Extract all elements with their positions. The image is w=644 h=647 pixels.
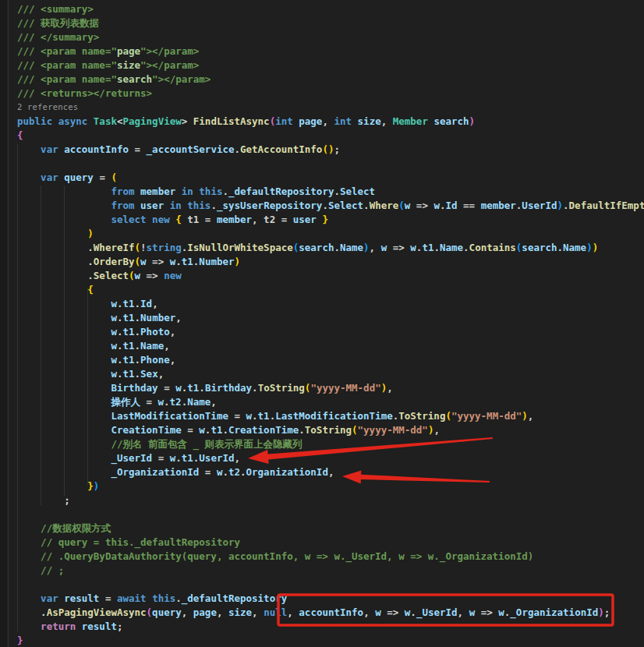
code-line: ;: [17, 493, 644, 507]
code-token: WhereIf: [94, 242, 135, 253]
code-token: in: [182, 186, 193, 197]
code-token: [135, 186, 141, 197]
code-token: size: [358, 115, 381, 127]
code-token: t1: [187, 382, 199, 394]
code-line: // ;: [17, 564, 644, 578]
code-line: CreationTime = w.t1.CreationTime.ToStrin…: [17, 423, 644, 437]
code-token: .: [252, 382, 258, 394]
code-token: .: [175, 256, 182, 267]
code-token: [17, 466, 111, 478]
code-token: UserId: [199, 452, 234, 464]
code-token: _UserId: [111, 452, 152, 464]
code-token: [17, 200, 111, 211]
code-token: [147, 592, 153, 604]
code-token: }: [87, 480, 94, 492]
code-token: t1: [122, 312, 134, 324]
code-token: ;: [17, 494, 70, 506]
code-token: search: [433, 115, 469, 127]
code-line: /// <param name="page"></param>: [17, 44, 644, 58]
code-token: select: [111, 214, 146, 225]
code-token: t1: [211, 424, 222, 436]
code-token: this: [199, 186, 222, 197]
code-token: int: [275, 115, 293, 127]
code-token: [17, 354, 111, 366]
code-token: ): [94, 480, 100, 492]
code-token: result: [64, 592, 99, 604]
code-token: .: [234, 143, 240, 155]
code-token: .: [563, 200, 569, 211]
code-token: Birthday: [205, 382, 252, 394]
code-token: [17, 340, 111, 352]
code-token: t1: [422, 242, 433, 253]
indent-guide: [8, 0, 9, 647]
code-token: FindListAsync: [193, 115, 270, 127]
code-token: ): [469, 115, 476, 127]
code-line: public async Task<PagingView> FindListAs…: [17, 115, 644, 129]
code-token: =: [140, 396, 158, 408]
code-token: _defaultRepository: [228, 186, 334, 197]
code-line: .Select(w => new: [17, 269, 644, 283]
code-token: var: [41, 592, 58, 604]
code-token: var: [41, 143, 58, 155]
code-token: search: [522, 242, 557, 253]
code-token: await: [117, 592, 147, 604]
code-token: Select: [328, 200, 363, 211]
code-line: {: [17, 283, 644, 297]
code-token: _sysUserRepository: [217, 200, 322, 211]
codelens-references[interactable]: 2 references: [17, 101, 644, 115]
code-token: .: [199, 382, 205, 394]
code-token: user: [293, 214, 317, 225]
code-line: /// <returns></returns>: [17, 87, 644, 101]
code-token: [17, 171, 41, 183]
code-token: return: [41, 620, 76, 632]
code-line: w.t1.Photo,: [17, 325, 644, 339]
code-token: _OrganizationId: [510, 606, 598, 618]
code-token: t1: [182, 256, 193, 267]
code-token: .: [135, 326, 141, 338]
code-token: /// <returns></returns>: [17, 87, 152, 99]
code-token: t1: [182, 452, 193, 464]
code-token: [17, 312, 111, 324]
code-line: w.t1.Number,: [17, 311, 644, 325]
code-token: ,: [182, 606, 193, 618]
code-token: _defaultRepository: [182, 592, 287, 604]
code-token: w: [433, 200, 440, 211]
code-token: Name: [563, 242, 586, 253]
code-token: [147, 214, 153, 225]
code-token: ,: [363, 606, 375, 618]
code-token: // ;: [41, 564, 64, 576]
code-token: w: [111, 340, 117, 352]
code-token: query: [152, 606, 182, 618]
code-token: [17, 326, 111, 338]
code-token: /// <param name=": [17, 45, 117, 57]
code-token: //数据权限方式: [41, 522, 111, 534]
code-token: Task: [94, 115, 117, 127]
code-token: t1: [122, 298, 134, 309]
code-token: ;: [334, 143, 340, 155]
code-token: w: [111, 354, 117, 366]
code-line: 操作人 = w.t2.Name,: [17, 395, 644, 409]
code-token: .: [299, 424, 305, 436]
code-token: t1: [122, 368, 134, 380]
code-token: Number: [140, 312, 175, 324]
code-token: !: [140, 242, 147, 253]
code-token: [17, 284, 87, 295]
code-token: new: [164, 270, 182, 281]
code-token: w: [111, 326, 117, 338]
code-token: Number: [199, 256, 234, 267]
code-token: ,: [322, 115, 334, 127]
code-token: w: [175, 382, 182, 394]
code-token: w: [199, 424, 205, 436]
code-token: >: [182, 115, 193, 127]
code-token: user: [140, 200, 164, 211]
code-token: }: [322, 214, 328, 225]
code-token: t1: [258, 410, 270, 422]
code-token: [17, 410, 111, 422]
code-line: //别名 前面包含 _ 则表示界面上会隐藏列: [17, 437, 644, 451]
code-token: =: [99, 592, 117, 604]
code-token: {: [17, 129, 23, 141]
code-token: PagingView: [122, 115, 181, 127]
code-token: [17, 522, 41, 534]
code-token: public async: [17, 115, 94, 127]
code-token: ,: [528, 410, 534, 422]
